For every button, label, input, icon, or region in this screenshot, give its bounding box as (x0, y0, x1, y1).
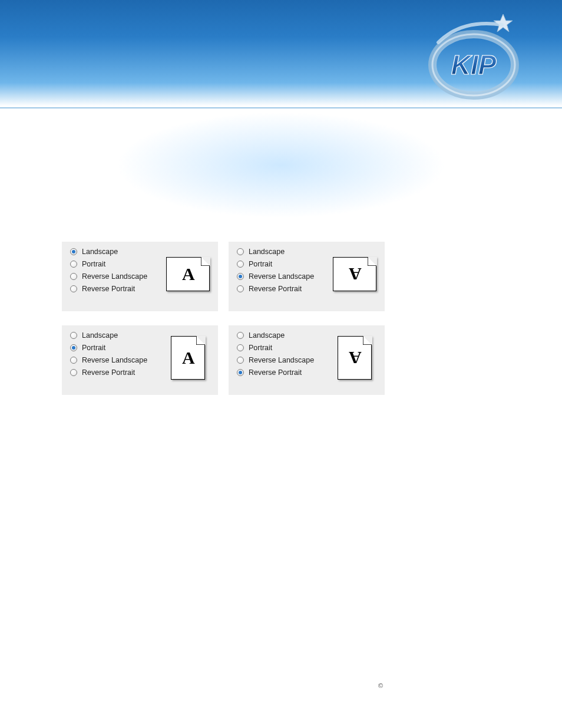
orientation-option-label: Reverse Portrait (82, 368, 135, 377)
radio-icon (237, 357, 244, 364)
orientation-option-landscape[interactable]: Landscape (237, 248, 378, 256)
radio-icon (70, 344, 77, 351)
orientation-option-label: Portrait (82, 260, 105, 268)
orientation-option-label: Reverse Portrait (249, 368, 302, 377)
header-divider (0, 107, 562, 108)
preview-glyph: A (349, 265, 362, 283)
orientation-option-landscape[interactable]: Landscape (70, 248, 211, 256)
radio-icon (70, 332, 77, 339)
radio-icon (70, 369, 77, 376)
radio-icon (237, 344, 244, 351)
preview-glyph: A (182, 349, 195, 367)
orientation-option-label: Landscape (249, 331, 285, 340)
orientation-panels: Landscape Portrait Reverse Landscape Rev… (62, 242, 387, 409)
orientation-preview-icon: A (171, 336, 205, 380)
radio-icon (237, 273, 244, 280)
orientation-option-label: Landscape (249, 248, 285, 256)
radio-icon (70, 357, 77, 364)
orientation-option-label: Reverse Portrait (82, 285, 135, 293)
orientation-preview-icon: A (333, 257, 376, 291)
orientation-panel-reverse-portrait: Landscape Portrait Reverse Landscape Rev… (229, 325, 385, 395)
orientation-option-label: Landscape (82, 331, 118, 340)
radio-icon (237, 261, 244, 268)
copyright-symbol: © (378, 682, 383, 689)
orientation-preview-icon: A (338, 336, 372, 380)
orientation-panel-landscape: Landscape Portrait Reverse Landscape Rev… (62, 242, 218, 311)
orientation-option-label: Portrait (249, 260, 272, 268)
radio-icon (70, 261, 77, 268)
orientation-option-label: Landscape (82, 248, 118, 256)
orientation-option-label: Reverse Portrait (249, 285, 302, 293)
radio-icon (70, 285, 77, 292)
header-glow (116, 112, 446, 218)
radio-icon (237, 248, 244, 255)
radio-icon (70, 248, 77, 255)
radio-icon (237, 285, 244, 292)
orientation-option-label: Portrait (249, 344, 272, 352)
radio-icon (70, 273, 77, 280)
page-header (0, 0, 562, 106)
preview-glyph: A (182, 265, 195, 283)
orientation-option-label: Reverse Landscape (82, 272, 147, 281)
orientation-preview-icon: A (166, 257, 210, 291)
radio-icon (237, 369, 244, 376)
orientation-option-label: Portrait (82, 344, 105, 352)
orientation-panel-portrait: Landscape Portrait Reverse Landscape Rev… (62, 325, 218, 395)
preview-glyph: A (349, 349, 362, 367)
radio-icon (237, 332, 244, 339)
orientation-option-label: Reverse Landscape (249, 272, 314, 281)
orientation-option-label: Reverse Landscape (82, 356, 147, 364)
orientation-option-label: Reverse Landscape (249, 356, 314, 364)
orientation-panel-reverse-landscape: Landscape Portrait Reverse Landscape Rev… (229, 242, 385, 311)
